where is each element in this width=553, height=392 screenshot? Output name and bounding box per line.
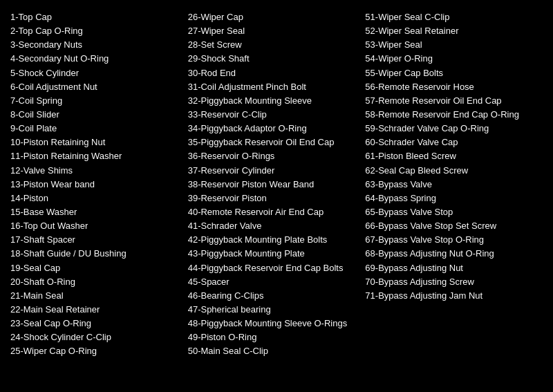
list-item: 1-Top Cap [10, 10, 181, 24]
list-item: 53-Wiper Seal [365, 38, 536, 52]
list-item: 45-Spacer [188, 275, 359, 289]
list-item: 60-Schrader Valve Cap [365, 136, 536, 149]
list-item: 8-Coil Slider [10, 108, 181, 122]
column-1: 1-Top Cap2-Top Cap O-Ring3-Secondary Nut… [10, 7, 188, 359]
list-item: 44-Piggyback Reservoir End Cap Bolts [188, 261, 359, 275]
list-item: 18-Shaft Guide / DU Bushing [10, 247, 181, 261]
list-item: 70-Bypass Adjusting Screw [365, 275, 536, 289]
list-item: 61-Piston Bleed Screw [365, 149, 536, 163]
list-item: 16-Top Out Washer [10, 219, 181, 233]
list-item: 57-Remote Reservoir Oil End Cap [365, 94, 536, 108]
list-item: 51-Wiper Seal C-Clip [365, 10, 536, 24]
list-item: 10-Piston Retaining Nut [10, 136, 181, 149]
list-item: 23-Seal Cap O-Ring [10, 317, 181, 330]
list-item: 43-Piggyback Mounting Plate [188, 247, 359, 261]
list-item: 49-Piston O-Ring [188, 330, 359, 344]
list-item: 65-Bypass Valve Stop [365, 205, 536, 219]
list-item: 42-Piggyback Mounting Plate Bolts [188, 233, 359, 247]
list-item: 4-Secondary Nut O-Ring [10, 52, 181, 66]
list-item: 24-Shock Cylinder C-Clip [10, 330, 181, 344]
list-item: 56-Remote Reservoir Hose [365, 80, 536, 94]
list-item: 36-Reservoir O-Rings [188, 149, 359, 163]
list-item: 37-Reservoir Cylinder [188, 164, 359, 178]
list-item: 13-Piston Wear band [10, 178, 181, 192]
list-item: 20-Shaft O-Ring [10, 275, 181, 289]
list-item: 71-Bypass Adjusting Jam Nut [365, 289, 536, 303]
list-item: 48-Piggyback Mounting Sleeve O-Rings [188, 317, 359, 330]
list-item: 14-Piston [10, 192, 181, 205]
list-item: 31-Coil Adjustment Pinch Bolt [188, 80, 359, 94]
list-item: 12-Valve Shims [10, 164, 181, 178]
list-item: 40-Remote Reservoir Air End Cap [188, 205, 359, 219]
list-item: 55-Wiper Cap Bolts [365, 66, 536, 80]
list-item: 11-Piston Retaining Washer [10, 149, 181, 163]
list-item: 58-Remote Reservoir End Cap O-Ring [365, 108, 536, 122]
list-item: 30-Rod End [188, 66, 359, 80]
list-item: 3-Secondary Nuts [10, 38, 181, 52]
list-item: 33-Reservoir C-Clip [188, 108, 359, 122]
list-item: 19-Seal Cap [10, 261, 181, 275]
list-item: 38-Reservoir Piston Wear Band [188, 178, 359, 192]
list-item: 69-Bypass Adjusting Nut [365, 261, 536, 275]
list-item: 26-Wiper Cap [188, 10, 359, 24]
list-item: 50-Main Seal C-Clip [188, 344, 359, 358]
list-item: 62-Seal Cap Bleed Screw [365, 164, 536, 178]
column-3: 51-Wiper Seal C-Clip52-Wiper Seal Retain… [365, 7, 543, 359]
list-item: 39-Reservoir Piston [188, 192, 359, 205]
parts-list: 1-Top Cap2-Top Cap O-Ring3-Secondary Nut… [10, 7, 543, 359]
list-item: 66-Bypass Valve Stop Set Screw [365, 219, 536, 233]
list-item: 41-Schrader Valve [188, 219, 359, 233]
list-item: 9-Coil Plate [10, 122, 181, 136]
list-item: 46-Bearing C-Clips [188, 289, 359, 303]
list-item: 28-Set Screw [188, 38, 359, 52]
list-item: 6-Coil Adjustment Nut [10, 80, 181, 94]
list-item: 67-Bypass Valve Stop O-Ring [365, 233, 536, 247]
list-item: 54-Wiper O-Ring [365, 52, 536, 66]
list-item: 47-Spherical bearing [188, 303, 359, 317]
column-2: 26-Wiper Cap27-Wiper Seal28-Set Screw29-… [188, 7, 366, 359]
list-item: 7-Coil Spring [10, 94, 181, 108]
list-item: 59-Schrader Valve Cap O-Ring [365, 122, 536, 136]
list-item: 52-Wiper Seal Retainer [365, 24, 536, 38]
list-item: 32-Piggyback Mounting Sleeve [188, 94, 359, 108]
list-item: 35-Piggyback Reservoir Oil End Cap [188, 136, 359, 149]
list-item: 15-Base Washer [10, 205, 181, 219]
list-item: 5-Shock Cylinder [10, 66, 181, 80]
list-item: 27-Wiper Seal [188, 24, 359, 38]
list-item: 64-Bypass Spring [365, 192, 536, 205]
list-item: 17-Shaft Spacer [10, 233, 181, 247]
list-item: 68-Bypass Adjusting Nut O-Ring [365, 247, 536, 261]
list-item: 21-Main Seal [10, 289, 181, 303]
list-item: 22-Main Seal Retainer [10, 303, 181, 317]
list-item: 63-Bypass Valve [365, 178, 536, 192]
list-item: 25-Wiper Cap O-Ring [10, 344, 181, 358]
list-item: 29-Shock Shaft [188, 52, 359, 66]
list-item: 34-Piggyback Adaptor O-Ring [188, 122, 359, 136]
list-item: 2-Top Cap O-Ring [10, 24, 181, 38]
